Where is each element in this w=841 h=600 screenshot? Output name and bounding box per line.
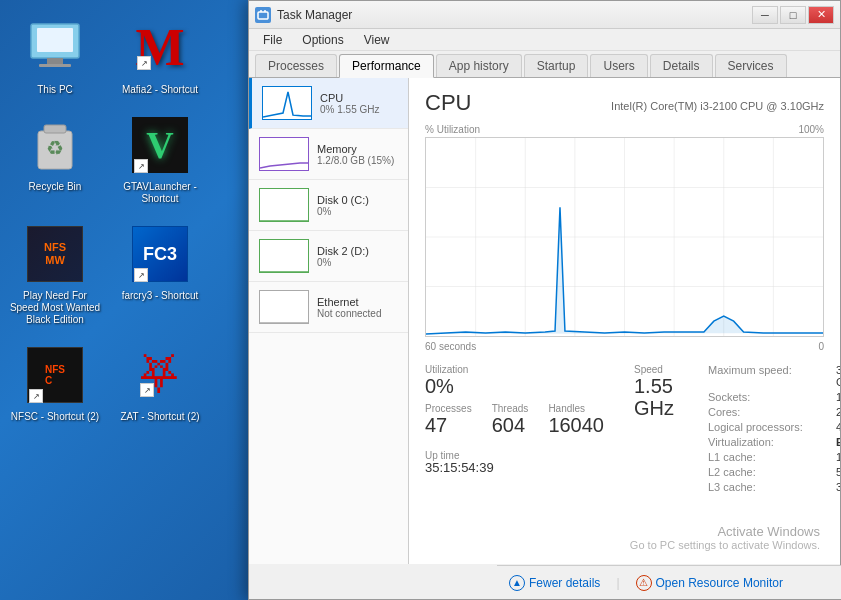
fewer-details-icon: ▲ (509, 575, 525, 591)
chart-zero-label: 0 (818, 339, 824, 354)
stat-utilization: Utilization 0% (425, 364, 604, 397)
spec-virt-value: Enabled (836, 436, 840, 448)
desktop: This PC M ↗ Mafia2 - Shortcut ♻ Recycle … (0, 0, 248, 600)
spec-l2-value: 512 KB (836, 466, 840, 478)
titlebar-title: Task Manager (277, 8, 352, 22)
utilization-stat-label: Utilization (425, 364, 604, 375)
cpu-chart-area: % Utilization 100% (425, 124, 824, 354)
cpu-header: CPU Intel(R) Core(TM) i3-2100 CPU @ 3.10… (425, 90, 824, 116)
close-button[interactable]: ✕ (808, 6, 834, 24)
menu-view[interactable]: View (356, 31, 398, 49)
disk0-info: Disk 0 (C:) 0% (317, 194, 398, 217)
cpu-chart (425, 137, 824, 337)
perf-item-cpu[interactable]: CPU 0% 1.55 GHz (249, 78, 408, 129)
handles-label: Handles (548, 403, 604, 414)
stat-handles: Handles 16040 (548, 403, 604, 436)
tab-details[interactable]: Details (650, 54, 713, 77)
spec-l3-value: 3.0 MB (836, 481, 840, 493)
tab-apphistory[interactable]: App history (436, 54, 522, 77)
spec-logical: Logical processors: 4 (708, 421, 840, 433)
spec-virt-label: Virtualization: (708, 436, 828, 448)
resource-monitor-icon: ⚠ (636, 575, 652, 591)
handles-value: 16040 (548, 414, 604, 436)
desktop-icon-mafia2[interactable]: M ↗ Mafia2 - Shortcut (110, 10, 210, 102)
desktop-icon-zat[interactable]: ⛧ ↗ ZAT - Shortcut (2) (110, 337, 210, 429)
disk2-info: Disk 2 (D:) 0% (317, 245, 398, 268)
stats-row: Utilization 0% Processes 47 Threads 604 (425, 364, 824, 496)
speed-value: 1.55 GHz (634, 375, 674, 419)
menubar: File Options View (249, 29, 840, 51)
ethernet-item-name: Ethernet (317, 296, 398, 308)
cpu-model: Intel(R) Core(TM) i3-2100 CPU @ 3.10GHz (611, 100, 824, 112)
tab-processes[interactable]: Processes (255, 54, 337, 77)
stat-speed: Speed 1.55 GHz (634, 364, 674, 490)
perf-item-disk0[interactable]: Disk 0 (C:) 0% (249, 180, 408, 231)
resource-monitor-button[interactable]: ⚠ Open Resource Monitor (636, 575, 783, 591)
memory-info: Memory 1.2/8.0 GB (15%) (317, 143, 398, 166)
desktop-icon-recycle[interactable]: ♻ Recycle Bin (5, 107, 105, 211)
taskmanager-icon (255, 7, 271, 23)
spec-cores-label: Cores: (708, 406, 828, 418)
stat-threads: Threads 604 (492, 403, 529, 436)
desktop-icon-nfsc[interactable]: NFSC ↗ NFSC - Shortcut (2) (5, 337, 105, 429)
ethernet-mini-chart (259, 290, 309, 324)
desktop-icon-thispc-label: This PC (37, 84, 73, 96)
threads-value: 604 (492, 414, 529, 436)
resource-monitor-label: Open Resource Monitor (656, 576, 783, 590)
spec-sockets-label: Sockets: (708, 391, 828, 403)
desktop-icon-farcry3[interactable]: FC3 ↗ farcry3 - Shortcut (110, 216, 210, 332)
spec-sockets: Sockets: 1 (708, 391, 840, 403)
disk2-item-value: 0% (317, 257, 398, 268)
spec-maxspeed: Maximum speed: 3.10 GHz (708, 364, 840, 388)
footer: ▲ Fewer details | ⚠ Open Resource Monito… (497, 565, 841, 599)
chart-time-label: 60 seconds (425, 339, 476, 354)
tab-performance[interactable]: Performance (339, 54, 434, 78)
stat-processes: Processes 47 (425, 403, 472, 436)
taskmanager-window: Task Manager ─ □ ✕ File Options View Pro… (248, 0, 841, 600)
desktop-icon-nfsmw[interactable]: NFSMW Play Need For Speed Most Wanted Bl… (5, 216, 105, 332)
threads-label: Threads (492, 403, 529, 414)
disk2-mini-chart (259, 239, 309, 273)
perf-item-ethernet[interactable]: Ethernet Not connected (249, 282, 408, 333)
tab-services[interactable]: Services (715, 54, 787, 77)
spec-l1: L1 cache: 128 KB (708, 451, 840, 463)
cpu-mini-chart (262, 86, 312, 120)
svg-rect-7 (258, 12, 268, 19)
maximize-button[interactable]: □ (780, 6, 806, 24)
disk2-item-name: Disk 2 (D:) (317, 245, 398, 257)
footer-separator: | (616, 576, 619, 590)
svg-rect-5 (44, 125, 66, 133)
spec-cores: Cores: 2 (708, 406, 840, 418)
spec-sockets-value: 1 (836, 391, 840, 403)
desktop-icon-thispc[interactable]: This PC (5, 10, 105, 102)
perf-item-disk2[interactable]: Disk 2 (D:) 0% (249, 231, 408, 282)
desktop-icon-gtav[interactable]: V ↗ GTAVLauncher - Shortcut (110, 107, 210, 211)
cpu-item-name: CPU (320, 92, 398, 104)
desktop-icon-gtav-label: GTAVLauncher - Shortcut (114, 181, 206, 205)
tab-startup[interactable]: Startup (524, 54, 589, 77)
perf-item-memory[interactable]: Memory 1.2/8.0 GB (15%) (249, 129, 408, 180)
activate-subtitle: Go to PC settings to activate Windows. (630, 539, 820, 551)
fewer-details-button[interactable]: ▲ Fewer details (509, 575, 600, 591)
spec-logical-label: Logical processors: (708, 421, 828, 433)
memory-mini-chart (259, 137, 309, 171)
menu-options[interactable]: Options (294, 31, 351, 49)
spec-maxspeed-label: Maximum speed: (708, 364, 828, 388)
menu-file[interactable]: File (255, 31, 290, 49)
stats-col-left: Utilization 0% Processes 47 Threads 604 (425, 364, 604, 496)
minimize-button[interactable]: ─ (752, 6, 778, 24)
spec-l3-label: L3 cache: (708, 481, 828, 493)
uptime-value: 35:15:54:39 (425, 461, 604, 475)
processes-value: 47 (425, 414, 472, 436)
stat-uptime: Up time 35:15:54:39 (425, 450, 604, 475)
spec-l1-label: L1 cache: (708, 451, 828, 463)
stats-col-right: Maximum speed: 3.10 GHz Sockets: 1 Cores… (708, 364, 840, 496)
memory-item-name: Memory (317, 143, 398, 155)
cpu-title: CPU (425, 90, 471, 116)
desktop-icon-zat-label: ZAT - Shortcut (2) (120, 411, 199, 423)
processes-label: Processes (425, 403, 472, 414)
tab-users[interactable]: Users (590, 54, 647, 77)
ethernet-info: Ethernet Not connected (317, 296, 398, 319)
max-label: 100% (798, 124, 824, 135)
svg-rect-1 (37, 28, 73, 52)
